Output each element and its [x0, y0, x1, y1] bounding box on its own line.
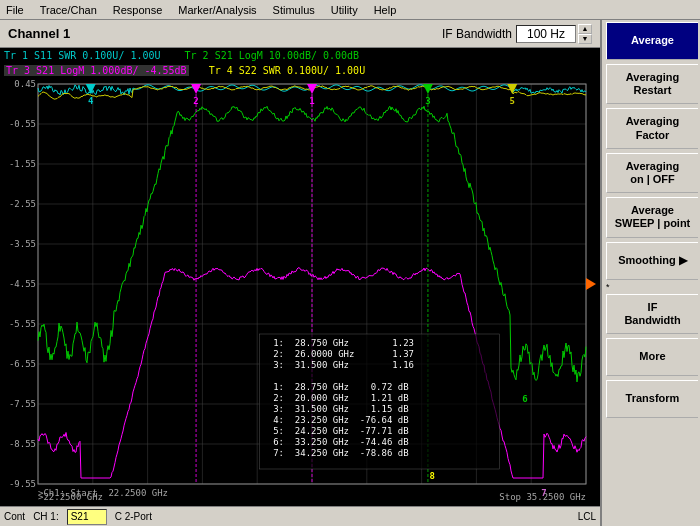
menu-response[interactable]: Response — [111, 4, 165, 16]
sidebar-average-btn[interactable]: Average — [606, 22, 698, 60]
sidebar-spacer — [602, 420, 700, 526]
trace-2-info: Tr 2 S21 LogM 10.00dB/ 0.00dB — [185, 50, 360, 61]
sidebar-averaging-factor-btn[interactable]: AveragingFactor — [606, 108, 698, 148]
menu-utility[interactable]: Utility — [329, 4, 360, 16]
if-bandwidth-value[interactable]: 100 Hz — [516, 25, 576, 43]
sidebar-more-btn[interactable]: More — [606, 338, 698, 376]
status-lcl: LCL — [578, 511, 596, 522]
trace-1-info: Tr 1 S11 SWR 0.100U/ 1.00U — [4, 50, 161, 61]
graph-wrapper: Tr 1 S11 SWR 0.100U/ 1.00U Tr 2 S21 LogM… — [0, 48, 600, 526]
status-ch1: CH 1: — [33, 511, 59, 522]
trace-bar: Tr 1 S11 SWR 0.100U/ 1.00U Tr 2 S21 LogM… — [0, 48, 600, 63]
sidebar-smoothing-btn[interactable]: Smoothing ▶ — [606, 242, 698, 280]
trace-4-info: Tr 4 S22 SWR 0.100U/ 1.00U — [209, 65, 366, 76]
menu-stimulus[interactable]: Stimulus — [271, 4, 317, 16]
trace-bar-2: Tr 3 S21 LogM 1.000dB/ -4.55dB Tr 4 S22 … — [0, 63, 600, 78]
sidebar-if-bandwidth-btn[interactable]: IFBandwidth — [606, 294, 698, 334]
sidebar-average-sweep-point-btn[interactable]: AverageSWEEP | point — [606, 197, 698, 237]
main-container: Channel 1 IF Bandwidth 100 Hz ▲ ▼ Tr 1 S… — [0, 20, 700, 526]
trace-3-info: Tr 3 S21 LogM 1.000dB/ -4.55dB — [4, 65, 189, 76]
menu-marker-analysis[interactable]: Marker/Analysis — [176, 4, 258, 16]
menu-bar: File Trace/Chan Response Marker/Analysis… — [0, 0, 700, 20]
if-bandwidth-label: IF Bandwidth — [442, 27, 512, 41]
graph-canvas — [0, 78, 600, 506]
menu-trace-chan[interactable]: Trace/Chan — [38, 4, 99, 16]
right-sidebar: Average AveragingRestart AveragingFactor… — [600, 20, 700, 526]
status-cont: Cont — [4, 511, 25, 522]
sidebar-averaging-restart-btn[interactable]: AveragingRestart — [606, 64, 698, 104]
status-bar: Cont CH 1: C 2-Port LCL — [0, 506, 600, 526]
scroll-arrows: ▲ ▼ — [578, 24, 592, 44]
scroll-up-arrow[interactable]: ▲ — [578, 24, 592, 34]
channel-area: Channel 1 IF Bandwidth 100 Hz ▲ ▼ Tr 1 S… — [0, 20, 600, 526]
menu-file[interactable]: File — [4, 4, 26, 16]
graph-area — [0, 78, 600, 506]
channel-title: Channel 1 — [8, 26, 442, 41]
sidebar-averaging-on-off-btn[interactable]: Averagingon | OFF — [606, 153, 698, 193]
menu-help[interactable]: Help — [372, 4, 399, 16]
top-bar: Channel 1 IF Bandwidth 100 Hz ▲ ▼ — [0, 20, 600, 48]
status-twoport: C 2-Port — [115, 511, 152, 522]
sidebar-transform-btn[interactable]: Transform — [606, 380, 698, 418]
scroll-down-arrow[interactable]: ▼ — [578, 34, 592, 44]
status-ch1-input[interactable] — [67, 509, 107, 525]
